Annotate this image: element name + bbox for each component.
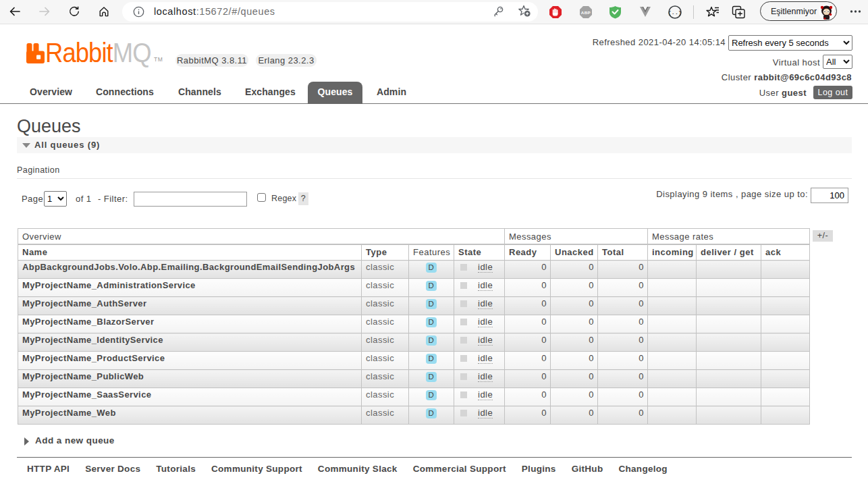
svg-text:ABP: ABP bbox=[581, 10, 591, 15]
svg-text:{..}: {..} bbox=[668, 9, 682, 16]
